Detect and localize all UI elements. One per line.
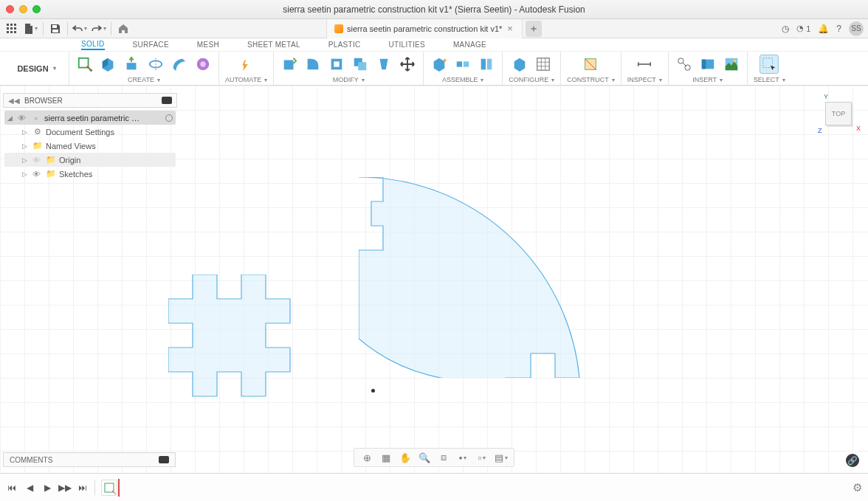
save-icon[interactable] bbox=[48, 21, 63, 36]
insert-canvas-icon[interactable] bbox=[722, 55, 741, 74]
minimize-window-button[interactable] bbox=[19, 5, 27, 13]
expand-icon[interactable]: ▷ bbox=[22, 170, 30, 178]
orbit-icon[interactable]: ⊕ bbox=[360, 451, 373, 464]
viewcube-face-top[interactable]: TOP bbox=[825, 102, 852, 125]
group-create-label[interactable]: CREATE bbox=[128, 75, 160, 84]
canvas-viewport[interactable]: ◀◀ BROWSER ◢ 👁 ▫ sierra seetin parametri… bbox=[0, 86, 868, 473]
revolve-icon[interactable] bbox=[146, 55, 165, 74]
tab-surface[interactable]: SURFACE bbox=[133, 41, 169, 49]
browser-header[interactable]: ◀◀ BROWSER bbox=[3, 93, 177, 108]
as-built-joint-icon[interactable] bbox=[477, 55, 496, 74]
activate-component-icon[interactable] bbox=[165, 114, 173, 122]
timeline-start-icon[interactable]: ⏮ bbox=[6, 482, 18, 494]
workspace-switcher[interactable]: DESIGN bbox=[4, 52, 69, 85]
group-automate-label[interactable]: AUTOMATE bbox=[225, 75, 267, 84]
close-tab-icon[interactable]: × bbox=[506, 23, 514, 34]
fillet-icon[interactable] bbox=[303, 55, 323, 74]
create-sketch-icon[interactable] bbox=[75, 55, 94, 74]
tree-item-doc-settings[interactable]: ▷ ⚙ Document Settings bbox=[4, 125, 176, 139]
construct-plane-icon[interactable] bbox=[581, 55, 600, 74]
group-insert-label[interactable]: INSERT bbox=[692, 75, 723, 84]
tab-plastic[interactable]: PLASTIC bbox=[328, 41, 361, 49]
viewport-settings-icon[interactable]: ▤ bbox=[495, 451, 508, 464]
redo-icon[interactable] bbox=[92, 21, 106, 36]
group-select-label[interactable]: SELECT bbox=[754, 75, 785, 84]
apps-grid-icon[interactable] bbox=[4, 21, 19, 36]
new-component-icon[interactable]: ✦ bbox=[430, 55, 449, 74]
measure-icon[interactable] bbox=[635, 55, 654, 74]
automate-icon[interactable] bbox=[237, 55, 256, 74]
move-icon[interactable] bbox=[398, 55, 417, 74]
insert-decal-icon[interactable] bbox=[698, 55, 717, 74]
draft-icon[interactable] bbox=[374, 55, 393, 74]
viewcube[interactable]: Y TOP X Z bbox=[822, 97, 855, 130]
timeline-play-icon[interactable]: ▶ bbox=[41, 482, 53, 494]
svg-point-12 bbox=[89, 69, 92, 72]
sweep-icon[interactable] bbox=[170, 55, 189, 74]
insert-derive-icon[interactable] bbox=[675, 55, 694, 74]
joint-icon[interactable] bbox=[453, 55, 472, 74]
sketch-arc[interactable] bbox=[359, 177, 588, 378]
tree-item-named-views[interactable]: ▷ 📁 Named Views bbox=[4, 139, 176, 153]
expand-icon[interactable]: ◢ bbox=[7, 114, 15, 122]
home-icon[interactable] bbox=[116, 21, 131, 36]
share-link-icon[interactable]: 🔗 bbox=[846, 454, 859, 467]
close-window-button[interactable] bbox=[6, 5, 14, 13]
expand-icon[interactable]: ▷ bbox=[22, 128, 30, 136]
fit-icon[interactable]: ⧈ bbox=[437, 451, 450, 464]
create-box-icon[interactable] bbox=[99, 55, 118, 74]
configure-icon[interactable] bbox=[510, 55, 529, 74]
undo-icon[interactable] bbox=[72, 21, 87, 36]
group-assemble-label[interactable]: ASSEMBLE bbox=[442, 75, 484, 84]
visibility-icon[interactable]: 👁 bbox=[32, 170, 43, 179]
expand-icon[interactable]: ▷ bbox=[22, 156, 30, 164]
file-menu-icon[interactable] bbox=[24, 21, 38, 36]
timeline-settings-icon[interactable]: ⚙ bbox=[852, 481, 862, 494]
timeline-feature-sketch[interactable] bbox=[101, 480, 117, 496]
group-inspect-label[interactable]: INSPECT bbox=[627, 75, 662, 84]
minimize-browser-icon[interactable] bbox=[162, 97, 172, 104]
new-tab-button[interactable]: ＋ bbox=[526, 21, 542, 37]
tab-solid[interactable]: SOLID bbox=[81, 40, 105, 50]
press-pull-icon[interactable] bbox=[280, 55, 299, 74]
minimize-comments-icon[interactable] bbox=[159, 456, 169, 463]
notifications-icon[interactable]: 🔔 bbox=[818, 24, 829, 34]
job-status-badge[interactable]: ◔ 1 bbox=[796, 24, 810, 33]
document-tab[interactable]: sierra seetin parametric construction ki… bbox=[326, 19, 523, 38]
tree-item-sketches[interactable]: ▷ 👁 📁 Sketches bbox=[4, 167, 176, 181]
user-avatar[interactable]: SS bbox=[849, 21, 864, 36]
shell-icon[interactable] bbox=[327, 55, 346, 74]
tab-manage[interactable]: MANAGE bbox=[453, 41, 486, 49]
tree-root[interactable]: ◢ 👁 ▫ sierra seetin parametric con... bbox=[4, 111, 176, 125]
comments-panel-header[interactable]: COMMENTS bbox=[3, 452, 176, 467]
group-construct-label[interactable]: CONSTRUCT bbox=[567, 75, 615, 84]
extensions-icon[interactable]: ◷ bbox=[782, 24, 789, 34]
timeline-end-icon[interactable]: ⏭ bbox=[77, 482, 89, 494]
grid-settings-icon[interactable]: ▫ bbox=[475, 451, 489, 464]
maximize-window-button[interactable] bbox=[32, 5, 41, 13]
extrude-icon[interactable] bbox=[123, 55, 142, 74]
collapse-browser-icon[interactable]: ◀◀ bbox=[8, 97, 20, 105]
zoom-icon[interactable]: 🔍 bbox=[418, 451, 431, 464]
svg-rect-23 bbox=[481, 59, 486, 70]
look-at-icon[interactable]: ▦ bbox=[379, 451, 393, 464]
expand-icon[interactable]: ▷ bbox=[22, 142, 30, 150]
group-configure-label[interactable]: CONFIGURE bbox=[509, 75, 554, 84]
select-icon[interactable] bbox=[760, 55, 779, 74]
tab-sheet-metal[interactable]: SHEET METAL bbox=[247, 41, 300, 49]
tab-mesh[interactable]: MESH bbox=[197, 41, 219, 49]
tab-utilities[interactable]: UTILITIES bbox=[389, 41, 425, 49]
visibility-icon[interactable]: 👁 bbox=[18, 114, 28, 122]
sketch-cross[interactable] bbox=[168, 274, 291, 397]
visibility-off-icon[interactable]: 👁 bbox=[32, 156, 43, 165]
timeline-back-icon[interactable]: ◀ bbox=[24, 482, 35, 494]
help-icon[interactable]: ? bbox=[836, 24, 841, 34]
timeline-forward-icon[interactable]: ▶▶ bbox=[59, 482, 71, 494]
group-modify-label[interactable]: MODIFY bbox=[333, 75, 365, 84]
config-table-icon[interactable] bbox=[534, 55, 553, 74]
display-settings-icon[interactable]: ▪ bbox=[456, 451, 469, 464]
tree-item-origin[interactable]: ▷ 👁 📁 Origin bbox=[4, 153, 176, 167]
combine-icon[interactable] bbox=[351, 55, 370, 74]
pan-icon[interactable]: ✋ bbox=[399, 451, 412, 464]
emboss-icon[interactable] bbox=[193, 55, 213, 74]
